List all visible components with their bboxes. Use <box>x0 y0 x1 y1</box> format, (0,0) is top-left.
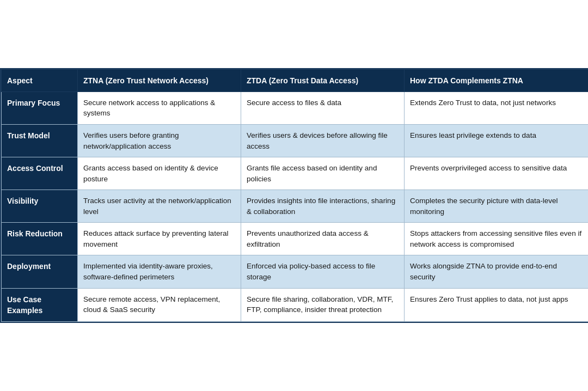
cell-how-row-6: Ensures Zero Trust applies to data, not … <box>405 288 589 322</box>
cell-how-row-1: Ensures least privilege extends to data <box>405 124 589 157</box>
cell-ztna-row-6: Secure remote access, VPN replacement, c… <box>78 288 241 322</box>
table-header-row: Aspect ZTNA (Zero Trust Network Access) … <box>2 69 589 91</box>
cell-ztna-row-1: Verifies users before granting network/a… <box>78 124 241 157</box>
header-how: How ZTDA Complements ZTNA <box>405 69 589 91</box>
header-ztna: ZTNA (Zero Trust Network Access) <box>78 69 241 91</box>
table-row: VisibilityTracks user activity at the ne… <box>2 190 589 223</box>
cell-ztda-row-0: Secure access to files & data <box>241 91 405 124</box>
comparison-table: Aspect ZTNA (Zero Trust Network Access) … <box>0 68 588 323</box>
cell-aspect-row-3: Visibility <box>2 190 78 223</box>
cell-aspect-row-1: Trust Model <box>2 124 78 157</box>
header-ztda: ZTDA (Zero Trust Data Access) <box>241 69 405 91</box>
cell-how-row-3: Completes the security picture with data… <box>405 190 589 223</box>
cell-ztda-row-6: Secure file sharing, collaboration, VDR,… <box>241 288 405 322</box>
cell-ztna-row-0: Secure network access to applications & … <box>78 91 241 124</box>
table-row: Access ControlGrants access based on ide… <box>2 157 589 190</box>
table-row: Primary FocusSecure network access to ap… <box>2 91 589 124</box>
cell-how-row-4: Stops attackers from accessing sensitive… <box>405 223 589 255</box>
header-aspect: Aspect <box>2 69 78 91</box>
cell-how-row-2: Prevents overprivileged access to sensit… <box>405 157 589 190</box>
cell-aspect-row-0: Primary Focus <box>2 91 78 124</box>
cell-ztna-row-2: Grants access based on identity & device… <box>78 157 241 190</box>
cell-how-row-5: Works alongside ZTNA to provide end-to-e… <box>405 255 589 288</box>
cell-ztda-row-4: Prevents unauthorized data access & exfi… <box>241 223 405 255</box>
cell-aspect-row-4: Risk Reduction <box>2 223 78 255</box>
cell-aspect-row-5: Deployment <box>2 255 78 288</box>
cell-aspect-row-2: Access Control <box>2 157 78 190</box>
table-row: DeploymentImplemented via identity-aware… <box>2 255 589 288</box>
cell-ztda-row-1: Verifies users & devices before allowing… <box>241 124 405 157</box>
cell-ztna-row-3: Tracks user activity at the network/appl… <box>78 190 241 223</box>
cell-ztna-row-5: Implemented via identity-aware proxies, … <box>78 255 241 288</box>
table-row: Use Case ExamplesSecure remote access, V… <box>2 288 589 322</box>
cell-how-row-0: Extends Zero Trust to data, not just net… <box>405 91 589 124</box>
table-row: Risk ReductionReduces attack surface by … <box>2 223 589 255</box>
cell-ztna-row-4: Reduces attack surface by preventing lat… <box>78 223 241 255</box>
cell-ztda-row-5: Enforced via policy-based access to file… <box>241 255 405 288</box>
table-row: Trust ModelVerifies users before grantin… <box>2 124 589 157</box>
cell-ztda-row-3: Provides insights into file interactions… <box>241 190 405 223</box>
cell-ztda-row-2: Grants file access based on identity and… <box>241 157 405 190</box>
cell-aspect-row-6: Use Case Examples <box>2 288 78 322</box>
